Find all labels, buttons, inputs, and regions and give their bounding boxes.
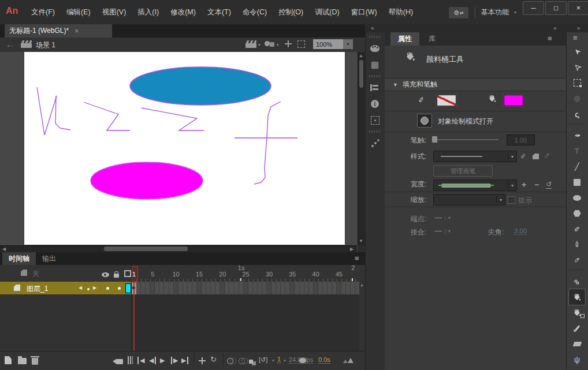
tab-library[interactable]: 库 [420, 32, 444, 46]
tool-text[interactable]: T [566, 143, 588, 159]
stroke-style-dropdown[interactable]: ▾ [433, 151, 517, 162]
layer-name[interactable]: 图层_1 [27, 284, 48, 294]
menu-item-10[interactable]: 帮助(H) [383, 8, 419, 17]
miter-value[interactable]: 3.00 [514, 227, 527, 235]
close-button[interactable]: × [568, 1, 588, 15]
shape-zigzag-mid-z2[interactable] [142, 108, 204, 130]
menu-item-0[interactable]: 文件(F) [25, 8, 61, 17]
collapse-tools-icon[interactable]: » [577, 25, 580, 31]
current-frame-value[interactable]: 1 [277, 356, 281, 363]
edit-multiple-frames-button[interactable] [249, 357, 253, 365]
edit-scene-dropdown-icon[interactable]: ▾ [258, 43, 260, 47]
menu-item-9[interactable]: 窗口(W) [345, 8, 383, 17]
menu-item-5[interactable]: 文本(T) [202, 8, 237, 17]
width-profile-dropdown[interactable]: ▾ [433, 180, 517, 191]
collapse-properties-icon[interactable]: » [553, 25, 556, 31]
edit-symbols-dropdown-icon[interactable]: ▾ [277, 43, 279, 47]
playhead-marker[interactable] [132, 266, 138, 283]
reset-width-profile-icon[interactable]: ↺ [546, 180, 552, 189]
tool-polystar[interactable] [566, 205, 588, 221]
center-stage-icon[interactable] [285, 40, 292, 49]
modify-markers-dropdown-icon[interactable]: ▾ [272, 358, 274, 363]
stroke-size-slider[interactable] [433, 139, 498, 140]
modify-markers-button[interactable]: [↺] [259, 356, 267, 364]
dock-grip[interactable] [369, 130, 381, 133]
go-to-last-frame-button[interactable]: ▶ [181, 357, 188, 364]
shape-magenta-ellipse[interactable] [91, 162, 203, 199]
shape-zigzag-mid-z1[interactable] [84, 102, 130, 130]
tab-output[interactable]: 输出 [37, 252, 61, 265]
vertical-scroll-thumb[interactable] [359, 60, 363, 88]
dock-grip[interactable] [369, 36, 381, 38]
scroll-right-icon[interactable]: ▶ [350, 246, 353, 252]
center-frame-button[interactable] [199, 357, 206, 366]
new-folder-button[interactable] [18, 358, 27, 366]
tool-ink-bottle[interactable] [566, 305, 588, 320]
outline-column-icon[interactable] [124, 270, 131, 279]
tool-3d-rotation[interactable]: ⊕ [566, 91, 588, 106]
tool-pen[interactable]: ✒ [566, 128, 588, 143]
timeline-menu-icon[interactable]: ≡ [355, 254, 359, 263]
properties-menu-icon[interactable]: ≡ [548, 34, 552, 43]
back-arrow-icon[interactable]: ← [6, 39, 14, 49]
maximize-button[interactable]: □ [545, 1, 567, 15]
menu-item-4[interactable]: 修改(M) [165, 8, 202, 17]
onion-marker-button[interactable] [128, 356, 133, 366]
collapse-dock-icon[interactable]: « [371, 25, 374, 31]
object-drawing-toggle[interactable] [417, 114, 432, 128]
stroke-size-slider-handle[interactable] [432, 136, 437, 143]
menu-item-3[interactable]: 插入(I) [132, 8, 165, 17]
menu-item-8[interactable]: 调试(D) [309, 8, 345, 17]
step-forward-button[interactable]: ▶ [171, 357, 178, 364]
loop-button[interactable]: ↻ [210, 355, 217, 364]
panel-button-color[interactable] [365, 40, 385, 57]
elapsed-time-value[interactable]: 0.0s [318, 356, 330, 364]
stroke-size-value[interactable]: 1.00 [507, 134, 535, 145]
shape-blue-ellipse[interactable] [130, 67, 271, 105]
tool-width[interactable]: ψ [566, 352, 588, 367]
scroll-down-icon[interactable]: ▼ [359, 238, 363, 244]
tool-paint-bucket[interactable] [569, 289, 585, 305]
tool-selection[interactable]: ➤ [566, 44, 588, 59]
layer-next-icon[interactable]: ▶ [93, 285, 96, 290]
tool-line[interactable]: ╱ [566, 159, 588, 174]
close-tab-icon[interactable]: × [75, 27, 79, 35]
tab-timeline[interactable]: 时间轴 [2, 252, 36, 265]
menu-item-2[interactable]: 视图(V) [96, 8, 132, 17]
panel-button-info[interactable]: i [365, 96, 385, 112]
scroll-left-icon[interactable]: ◀ [2, 246, 6, 252]
fill-color-swatch[interactable] [504, 95, 523, 106]
hint-checkbox[interactable] [508, 196, 515, 204]
scroll-up-icon[interactable]: ▲ [359, 53, 363, 58]
panel-button-swatches[interactable]: ▦ [365, 57, 385, 73]
shape-zigzag-left-v[interactable] [37, 87, 57, 135]
edit-symbols-button[interactable] [265, 40, 275, 49]
workspace-switcher[interactable]: 基本功能 ▾ [481, 0, 516, 24]
tool-subselection[interactable]: ➤ [566, 59, 588, 75]
timeline-scroll-up-icon[interactable]: ▲ [360, 283, 364, 287]
menu-item-1[interactable]: 编辑(E) [61, 8, 96, 17]
clip-content-icon[interactable] [297, 40, 305, 50]
minimize-button[interactable]: ─ [523, 1, 544, 15]
frame-rate-slider-knob[interactable] [299, 357, 307, 364]
play-button[interactable]: ▶ [160, 357, 165, 364]
tool-pencil[interactable]: ✏ [566, 221, 588, 237]
timeline-zoom-icon[interactable] [343, 357, 353, 365]
zoom-level-input[interactable]: 100% [313, 39, 345, 49]
new-layer-button[interactable] [5, 356, 12, 366]
dock-grip[interactable] [369, 75, 381, 77]
step-back-button[interactable]: ◀ [149, 357, 156, 364]
menu-item-6[interactable]: 命令(C) [237, 8, 273, 17]
tool-rectangle[interactable] [566, 174, 588, 190]
scene-breadcrumb[interactable]: 场景 1 [36, 40, 55, 50]
manage-brushes-button[interactable]: 管理画笔 [433, 165, 493, 177]
brush-library-icon[interactable] [533, 153, 539, 161]
playhead-line[interactable] [133, 282, 135, 351]
tools-menu-icon[interactable]: ≡ [573, 33, 578, 42]
stroke-color-swatch[interactable] [437, 95, 456, 106]
tool-brush[interactable]: ✑ [566, 252, 588, 268]
menu-item-7[interactable]: 控制(O) [273, 8, 309, 17]
section-fill-stroke[interactable]: ▼ 填充和笔触 [385, 78, 566, 91]
tool-paint-brush[interactable]: ✐ [566, 237, 588, 252]
shape-curve-f-vertical[interactable] [254, 102, 281, 184]
